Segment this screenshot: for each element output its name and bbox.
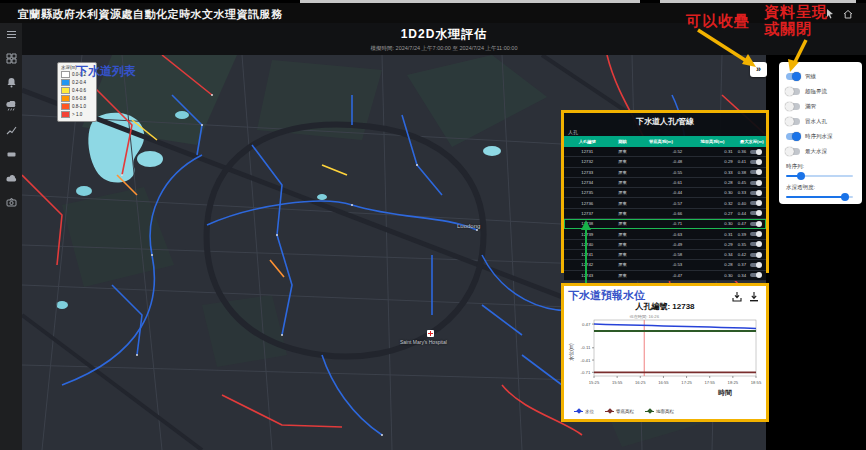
table-row[interactable]: 12737羅東-0.660.270.44 [564, 209, 766, 219]
table-cell: 12739 [564, 232, 610, 237]
map-label-city: Luodong [457, 223, 480, 229]
table-cell: -0.44 [635, 190, 688, 195]
max-depth-cell: 0.35 [738, 242, 766, 247]
export-chart-icon[interactable] [732, 290, 742, 300]
table-cell: 0.29 [687, 159, 738, 164]
legend-color-chip [61, 95, 70, 102]
row-toggle-switch[interactable] [750, 273, 761, 277]
toggle-switch[interactable] [786, 148, 800, 155]
table-title: 下水道人孔/管線 [564, 116, 766, 127]
svg-text:-0.11: -0.11 [581, 345, 591, 350]
layers-icon[interactable] [6, 149, 17, 160]
table-cell: 羅東 [610, 273, 634, 278]
cell-value: 0.47 [738, 221, 746, 226]
chart-legend-item[interactable]: 地面高程 [645, 409, 674, 414]
table-row[interactable]: 12743羅東-0.470.300.34 [564, 271, 766, 281]
table-cell: 0.31 [687, 149, 738, 154]
table-row[interactable]: 12739羅東-0.630.310.39 [564, 229, 766, 239]
table-cell: 0.29 [687, 242, 738, 247]
table-cell: 羅東 [610, 180, 634, 185]
max-depth-cell: 0.39 [738, 232, 766, 237]
table-row[interactable]: 12742羅東-0.530.280.37 [564, 260, 766, 270]
panel-collapse-button[interactable]: » [750, 62, 767, 77]
toggle-switch[interactable] [786, 118, 800, 125]
max-depth-cell: 0.47 [738, 221, 766, 226]
cloud-icon[interactable] [6, 173, 17, 184]
table-cell: 12734 [564, 180, 610, 185]
table-row[interactable]: 12734羅東-0.610.280.45 [564, 178, 766, 188]
row-toggle-switch[interactable] [750, 150, 761, 154]
row-toggle-switch[interactable] [750, 191, 761, 195]
opacity-slider[interactable] [786, 193, 855, 201]
table-cell: 羅東 [610, 211, 634, 216]
row-toggle-switch[interactable] [750, 201, 761, 205]
dashboard-icon[interactable] [6, 53, 17, 64]
svg-text:時間: 時間 [718, 389, 732, 397]
cell-value: 0.37 [738, 262, 746, 267]
table-cell: -0.48 [635, 159, 688, 164]
max-depth-cell: 0.44 [738, 211, 766, 216]
annotation-collapse: 可以收疊 [686, 12, 750, 29]
layer-toggle-冒水人孔[interactable]: 冒水人孔 [786, 114, 855, 129]
row-toggle-switch[interactable] [750, 160, 761, 164]
layer-toggle-超臨界流[interactable]: 超臨界流 [786, 84, 855, 99]
toggle-switch[interactable] [786, 103, 800, 110]
svg-text:17:25: 17:25 [681, 380, 692, 385]
layer-toggle-滿管[interactable]: 滿管 [786, 99, 855, 114]
home-icon[interactable] [842, 8, 854, 20]
annotation-sewer-list: 下水道列表 [76, 63, 136, 80]
trend-icon[interactable] [6, 125, 17, 136]
chart-legend-item[interactable]: 水位 [574, 409, 594, 414]
legend-item: > 1.0 [61, 111, 93, 118]
row-toggle-switch[interactable] [750, 232, 761, 236]
table-cell: 12742 [564, 262, 610, 267]
row-toggle-switch[interactable] [750, 222, 761, 226]
timeseries-slider[interactable] [786, 172, 855, 180]
rain-icon[interactable] [6, 101, 17, 112]
forecast-chart-panel: 下水道預報水位 人孔編號: 12738 0.47-0.11-0.41-0.711… [561, 283, 769, 422]
row-toggle-switch[interactable] [750, 263, 761, 267]
table-tab-manhole[interactable]: 人孔 [568, 129, 766, 135]
row-toggle-switch[interactable] [750, 242, 761, 246]
camera-icon[interactable] [6, 197, 17, 208]
table-column-header: 地面高程(m) [687, 139, 738, 144]
row-toggle-switch[interactable] [750, 181, 761, 185]
row-toggle-switch[interactable] [750, 170, 761, 174]
chart-legend: 水位管底高程地面高程 [574, 409, 674, 414]
table-row[interactable]: 12731羅東-0.520.310.36 [564, 147, 766, 157]
table-cell: 12743 [564, 273, 610, 278]
toggle-switch[interactable] [786, 88, 800, 95]
svg-text:16:55: 16:55 [658, 380, 669, 385]
chart-legend-item[interactable]: 管底高程 [605, 409, 634, 414]
table-cell: 0.30 [687, 221, 738, 226]
legend-item: 0.4-0.6 [61, 87, 93, 94]
table-row[interactable]: 12736羅東-0.570.320.40 [564, 198, 766, 208]
legend-color-chip [61, 103, 70, 110]
toggle-switch[interactable] [786, 133, 800, 140]
table-row[interactable]: 12738羅東-0.710.300.47 [564, 219, 766, 229]
legend-item: 0.2-0.4 [61, 79, 93, 86]
legend-color-chip [61, 111, 70, 118]
table-row[interactable]: 12741羅東-0.580.340.42 [564, 250, 766, 260]
row-toggle-switch[interactable] [750, 253, 761, 257]
bell-icon[interactable] [6, 77, 17, 88]
row-toggle-switch[interactable] [750, 211, 761, 215]
timeseries-slider-label: 時序列: [786, 163, 855, 170]
table-cell: 0.32 [687, 201, 738, 206]
cell-value: 0.42 [738, 252, 746, 257]
table-cell: 0.30 [687, 190, 738, 195]
table-row[interactable]: 12735羅東-0.440.300.33 [564, 188, 766, 198]
chart-legend-label: 地面高程 [656, 409, 674, 414]
toggle-switch[interactable] [786, 73, 800, 80]
menu-icon[interactable] [6, 29, 17, 40]
download-icon[interactable] [749, 290, 759, 300]
table-cell: 0.27 [687, 211, 738, 216]
table-cell: 0.28 [687, 180, 738, 185]
layer-toggle-時序列水深[interactable]: 時序列水深 [786, 129, 855, 144]
svg-text:水位(m): 水位(m) [568, 343, 574, 361]
layer-toggle-最大水深[interactable]: 最大水深 [786, 144, 855, 159]
table-row[interactable]: 12732羅東-0.480.290.41 [564, 157, 766, 167]
layer-toggle-管線[interactable]: 管線 [786, 69, 855, 84]
table-row[interactable]: 12733羅東-0.550.330.38 [564, 168, 766, 178]
table-row[interactable]: 12740羅東-0.490.290.35 [564, 240, 766, 250]
